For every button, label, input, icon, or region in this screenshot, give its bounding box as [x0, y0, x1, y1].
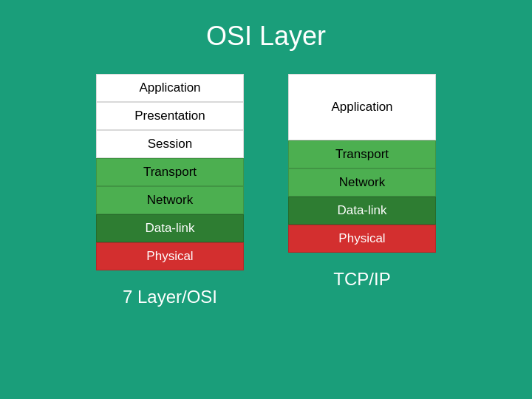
tcpip-layer-network: Network	[288, 168, 436, 197]
osi-layers: Application Presentation Session Transpo…	[96, 74, 244, 270]
osi-layer-transport: Transport	[96, 158, 244, 186]
tcpip-layer-datalink: Data-link	[288, 197, 436, 225]
osi-layer-datalink: Data-link	[96, 214, 244, 242]
tcpip-model-label: TCP/IP	[288, 269, 436, 290]
osi-layer-session: Session	[96, 130, 244, 158]
tcpip-layer-physical: Physical	[288, 225, 436, 253]
tcpip-layer-application: Application	[288, 74, 436, 140]
models-container: Application Presentation Session Transpo…	[0, 74, 532, 307]
osi-model-column: Application Presentation Session Transpo…	[96, 74, 244, 307]
osi-layer-presentation: Presentation	[96, 102, 244, 130]
page-title: OSI Layer	[206, 21, 326, 52]
tcpip-layers: Application Transport Network Data-link …	[288, 74, 436, 253]
osi-layer-application: Application	[96, 74, 244, 102]
tcpip-model-column: Application Transport Network Data-link …	[288, 74, 436, 307]
tcpip-layer-transport: Transport	[288, 140, 436, 168]
osi-layer-physical: Physical	[96, 242, 244, 270]
osi-layer-network: Network	[96, 186, 244, 214]
osi-model-label: 7 Layer/OSI	[96, 287, 244, 307]
